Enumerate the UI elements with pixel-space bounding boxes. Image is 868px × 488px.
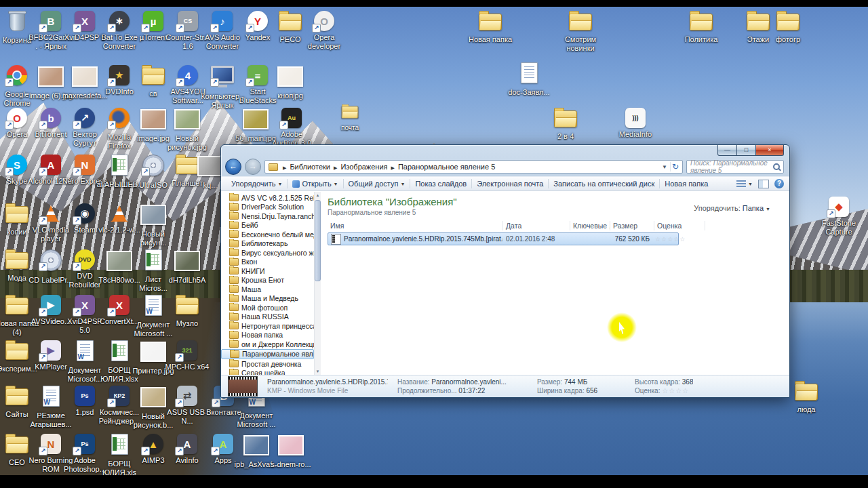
icon-glyph: S [14,159,20,171]
desktop-icon[interactable]: 321↗MPC-HC x64 [164,338,210,371]
scroll-down-icon[interactable]: ▼ [316,368,320,375]
tree-item-label: ом и Джерри Коллекция [241,340,314,348]
address-dropdown-icon[interactable]: ▼ [659,164,670,170]
tree-item[interactable]: Вирус сексуального желания [221,248,314,258]
desktop-icon[interactable]: Смотрим новинки [557,8,604,53]
toolbar-button[interactable]: Общий доступ▼ [344,177,410,190]
library-title: Библиотека "Изображения" [328,196,457,207]
column-header[interactable]: Оценка [654,221,705,230]
details-value: 656 [586,387,597,394]
desktop-icon-art [140,105,166,131]
breadcrumb-separator-icon: ▶ [389,165,397,170]
desktop-icon[interactable]: Политика [678,8,724,44]
desktop-icon[interactable]: фотогр [773,8,803,44]
toolbar-button[interactable]: Открыть▼ [288,177,342,190]
folder-icon [229,360,239,367]
tree-item[interactable]: Маша [221,285,314,294]
desktop-icon[interactable]: Этажи [743,8,773,44]
breadcrumb-segment[interactable]: Библиотеки [288,163,332,171]
desktop-icon-art: ↗ [42,201,60,222]
tree-item[interactable]: Нетронутая принцесса [221,321,314,331]
desktop-icon-label: Новый рисун... [130,230,176,247]
desktop-icon[interactable]: Новый рисун... [130,201,176,247]
folder-icon [230,350,239,358]
tree-item-label: Маша и Медведь [241,294,298,302]
close-button[interactable]: × [755,145,784,156]
tree-item[interactable]: Наша RUSSIA [221,312,314,322]
desktop-icon[interactable]: )))MediaInfo [612,105,658,139]
back-button[interactable]: ← [225,159,241,175]
refresh-icon[interactable]: ↻ [670,162,680,171]
arrange-by-control[interactable]: Упорядочить: Папка ▼ [694,204,785,216]
tree-item[interactable]: Бейб [221,221,314,230]
folder-icon [747,14,770,30]
tree-item-label: Маша [241,285,261,293]
column-header[interactable]: Имя [328,221,503,230]
maximize-button[interactable]: □ [736,145,756,156]
details-label: Ширина кадра: [537,387,585,394]
forward-button[interactable]: → [245,159,261,175]
breadcrumb-segment[interactable]: Паранормальное явление 5 [397,163,496,171]
search-input[interactable]: Поиск: Паранормальное явление 5 [686,160,784,174]
minimize-button[interactable]: — [717,145,737,156]
breadcrumb-segment[interactable]: Изображения [339,163,389,171]
desktop-icon[interactable]: Музло [164,292,210,328]
file-row[interactable]: Paranormalnoe.yavlenie.5.HDRip.2015.745M… [328,232,679,245]
shortcut-arrow-icon: ↗ [5,167,14,176]
tree-item[interactable]: Nensi.Drju.Tayna.rancho.tene [221,211,314,221]
views-button[interactable]: ▼ [736,180,753,188]
tree-item[interactable]: Крошка Енот [221,276,314,285]
help-icon[interactable]: ? [774,179,784,188]
tree-item[interactable]: Маша и Медведь [221,294,314,304]
desktop-icon-art: A↗ [41,152,61,176]
desktop-icon-art: ★↗ [109,62,130,87]
desktop-icon[interactable]: doc-Заявл... [506,60,552,97]
scroll-up-icon[interactable]: ▲ [316,192,320,199]
toolbar-button[interactable]: Электронная почта [472,177,548,190]
tree-item[interactable]: Мой фотошоп [221,303,314,312]
address-bar: ← → ▶Библиотеки▶Изображения▶Паранормальн… [221,159,789,176]
desktop-icon-art [111,338,128,363]
tree-item[interactable]: Бесконечно белый медведь [221,230,314,239]
tree-item[interactable]: AVS VC v8.2.1.525 RePack Eng [221,193,314,203]
desktop-icon[interactable]: ◆↗FastStone Capture [816,194,862,237]
toolbar-button-label: Электронная почта [477,180,543,188]
desktop-icon[interactable]: 2 в 4 [542,105,589,141]
tree-item[interactable]: КНИГИ [221,266,314,276]
desktop-icon[interactable]: люда [783,378,829,414]
desktop-icon[interactable]: Au↗Adobe Audition 3.0 [269,105,315,148]
toolbar-button[interactable]: Новая папка [660,177,713,190]
breadcrumb-separator-icon: ▶ [332,165,339,170]
tree-item[interactable]: Простая девчонка [221,359,314,369]
excel-file-icon [111,434,128,455]
tree-item-label: Паранормальное явление 5 [242,350,314,358]
column-header[interactable]: Ключевые ... [570,221,610,230]
tree-scrollbar[interactable]: ▲ ▼ [314,192,321,375]
tree-item[interactable]: DriverPack Solution [221,203,314,212]
shortcut-arrow-icon: ↗ [210,24,219,33]
column-header[interactable]: Дата [503,221,570,230]
desktop-icon[interactable]: dH7dlLh5A [164,247,210,285]
breadcrumb[interactable]: ▶Библиотеки▶Изображения▶Паранормальное я… [264,160,683,174]
desktop-icon[interactable]: почта [331,102,369,132]
tree-item[interactable]: Серая шейка [221,369,314,375]
tree-item[interactable]: Вкон [221,258,314,267]
desktop-icon[interactable]: s-dnem-ro... [268,431,314,469]
desktop-icon[interactable]: кнопjpg [267,62,313,100]
toolbar-button[interactable]: Показ слайдов [410,177,471,190]
scrollbar-thumb[interactable] [315,200,321,281]
desktop-icon[interactable]: O↗Opera developer [301,8,347,51]
desktop-icon[interactable]: Новая папка [467,8,513,44]
tree-item[interactable]: Новая папка [221,331,314,340]
preview-pane-icon[interactable] [758,180,769,188]
desktop-icon-art: ≡↗ [248,62,268,87]
toolbar-button[interactable]: Записать на оптический диск [549,177,659,190]
column-header[interactable]: Размер [610,221,654,230]
details-value: 01:37:22 [458,387,485,394]
tree-item[interactable]: Библиотекарь [221,239,314,249]
desktop-icon[interactable]: Новый рисунок.jpg [164,105,210,152]
toolbar-button[interactable]: Упорядочить▼ [226,177,287,190]
tree-item[interactable]: ом и Джерри Коллекция [221,340,314,349]
tree-item[interactable]: Паранормальное явление 5 [221,349,314,360]
window-titlebar[interactable]: — □ × [221,145,789,159]
